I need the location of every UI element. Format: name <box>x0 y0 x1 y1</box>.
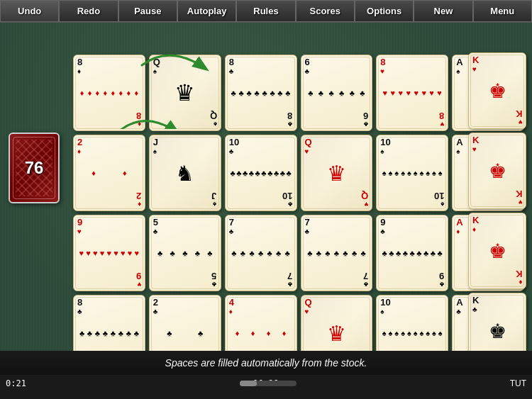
card-Kh-right1[interactable]: K♥ ♚ ♥K <box>468 133 526 209</box>
card-7c2-r2c3[interactable]: 7♣ ♣♣♣♣♣♣♣ ♣7 <box>301 215 373 291</box>
kings-column: K♥ ♚ ♥K K♥ ♚ ♥K K♦ ♚ ♦K K♣ ♚ ♣K <box>468 52 526 369</box>
card-Kh-right0[interactable]: K♥ ♚ ♥K <box>468 52 526 129</box>
undo-button[interactable]: Undo <box>0 0 59 22</box>
scores-button[interactable]: Scores <box>296 0 355 22</box>
new-button[interactable]: New <box>414 0 472 22</box>
card-8c-r0c0[interactable]: 8♦ ♦♦♦♦♦♦♦♦ ♦8 <box>73 55 145 131</box>
redo-button[interactable]: Redo <box>59 0 118 22</box>
info-bar: 0:21 10:29 TUT <box>0 375 532 392</box>
stock-count: 76 <box>25 158 44 178</box>
tut-label: TUT <box>510 378 526 388</box>
card-Qh-r1c3[interactable]: Q♥ ♛ ♥Q <box>301 135 373 211</box>
card-Kd-right2[interactable]: K♦ ♚ ♦K <box>468 213 526 289</box>
progress-bar-fill <box>240 381 257 386</box>
card-9c-r2c4[interactable]: 9♣ ♣♣♣♣♣♣♣♣♣ ♣9 <box>376 215 448 291</box>
toolbar: Undo Redo Pause Autoplay Rules Scores Op… <box>0 0 532 23</box>
card-Qs-r0c1[interactable]: Q♠ ♛ ♠Q <box>149 55 221 131</box>
card-9h-r2c0[interactable]: 9♥ ♥♥♥♥♥♥♥♥♥ ♥9 <box>73 215 145 291</box>
card-8h-r0c4[interactable]: 8♥ ♥♥♥♥♥♥♥♥ ♥8 <box>376 55 448 131</box>
card-10s-r1c4[interactable]: 10♠ ♠♠♠♠♠♠♠♠♠♠ ♠10 <box>376 135 448 211</box>
card-6c-r0c3[interactable]: 6♣ ♣♣♣♣♣♣ ♣6 <box>301 55 373 131</box>
status-bar: Spaces are filled automatically from the… <box>0 351 532 375</box>
card-7c-r2c2[interactable]: 7♣ ♣♣♣♣♣♣♣ ♣7 <box>225 215 297 291</box>
card-2d-r1c0[interactable]: 2♦ ♦♦ ♦2 <box>73 135 145 211</box>
elapsed-time: 0:21 <box>6 378 26 388</box>
card-8c-r0c2[interactable]: 8♣ ♣♣♣♣♣♣♣♣ ♣8 <box>225 55 297 131</box>
card-Js-r1c1[interactable]: J♠ ♞ ♠J <box>149 135 221 211</box>
cards-grid: 8♦ ♦♦♦♦♦♦♦♦ ♦8 Q♠ ♛ ♠Q 8♣ ♣♣♣♣♣♣♣♣ ♣8 6♣… <box>71 52 526 373</box>
autoplay-button[interactable]: Autoplay <box>177 0 236 22</box>
game-area: 76 8♦ ♦♦♦♦♦♦♦♦ ♦8 Q♠ ♛ ♠Q 8♣ <box>0 23 532 375</box>
progress-bar <box>240 381 297 386</box>
stock-pile[interactable]: 76 <box>9 133 60 203</box>
rules-button[interactable]: Rules <box>236 0 295 22</box>
card-5c-r2c1[interactable]: 5♣ ♣♣♣♣♣ ♣5 <box>149 215 221 291</box>
card-10c-r1c2[interactable]: 10♣ ♣♣♣♣♣♣♣♣♣♣ ♣10 <box>225 135 297 211</box>
options-button[interactable]: Options <box>355 0 414 22</box>
status-message: Spaces are filled automatically from the… <box>165 357 367 369</box>
pause-button[interactable]: Pause <box>118 0 177 22</box>
menu-button[interactable]: Menu <box>473 0 532 22</box>
